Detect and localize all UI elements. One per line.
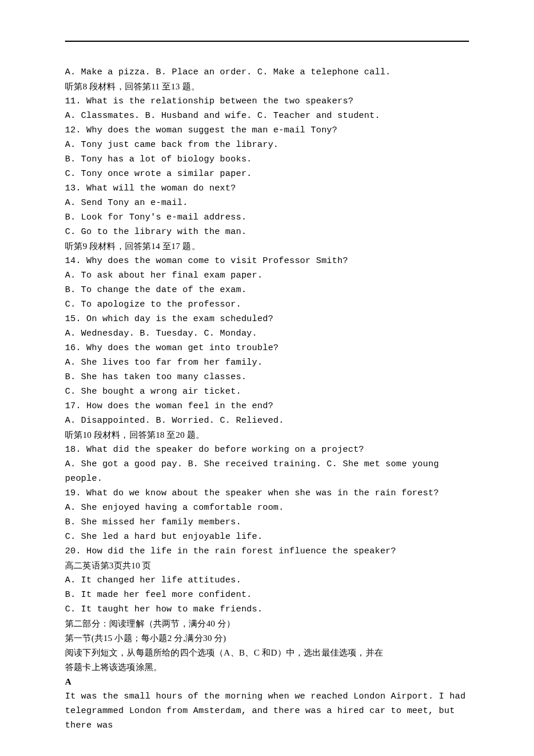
text-line: A. Classmates. B. Husband and wife. C. T… bbox=[65, 109, 469, 123]
text-line: 14. Why does the woman come to visit Pro… bbox=[65, 254, 469, 268]
text-line: A. To ask about her final exam paper. bbox=[65, 268, 469, 283]
text-line: 11. What is the relationship between the… bbox=[65, 94, 469, 109]
text-line: 12. Why does the woman suggest the man e… bbox=[65, 123, 469, 138]
text-line: A. Make a pizza. B. Place an order. C. M… bbox=[65, 65, 469, 80]
text-line: telegrammed London from Amsterdam, and t… bbox=[65, 704, 469, 733]
text-line: A. It changed her life attitudes. bbox=[65, 573, 469, 588]
text-line: 15. On which day is the exam scheduled? bbox=[65, 312, 469, 326]
text-line: C. She led a hard but enjoyable life. bbox=[65, 530, 469, 544]
text-line: 17. How does the woman feel in the end? bbox=[65, 399, 469, 413]
document-body: A. Make a pizza. B. Place an order. C. M… bbox=[65, 65, 469, 733]
text-line: C. To apologize to the professor. bbox=[65, 297, 469, 312]
document-page: A. Make a pizza. B. Place an order. C. M… bbox=[0, 0, 534, 756]
text-line: C. Tony once wrote a similar paper. bbox=[65, 167, 469, 181]
text-line: A. She lives too far from her family. bbox=[65, 355, 469, 370]
text-line: A. She got a good pay. B. She received t… bbox=[65, 457, 469, 486]
text-line: It was the small hours of the morning wh… bbox=[65, 689, 469, 704]
text-line: A. Send Tony an e-mail. bbox=[65, 196, 469, 210]
text-line: B. Look for Tony's e-mail address. bbox=[65, 210, 469, 225]
text-line: A. Disappointed. B. Worried. C. Relieved… bbox=[65, 413, 469, 428]
text-line: B. To change the date of the exam. bbox=[65, 283, 469, 297]
text-line: 第二部分：阅读理解（共两节，满分40 分） bbox=[65, 617, 469, 631]
text-line: 20. How did the life in the rain forest … bbox=[65, 544, 469, 559]
text-line: 18. What did the speaker do before worki… bbox=[65, 442, 469, 457]
text-line: A. She enjoyed having a comfortable room… bbox=[65, 501, 469, 515]
horizontal-rule bbox=[65, 41, 469, 42]
text-line: 答题卡上将该选项涂黑。 bbox=[65, 660, 469, 675]
text-line: 听第8 段材料，回答第11 至13 题。 bbox=[65, 80, 469, 94]
text-line: B. She has taken too many classes. bbox=[65, 370, 469, 384]
text-line: 听第9 段材料，回答第14 至17 题。 bbox=[65, 239, 469, 254]
text-line: C. She bought a wrong air ticket. bbox=[65, 384, 469, 399]
text-line: 第一节(共15 小题；每小题2 分,满分30 分) bbox=[65, 631, 469, 646]
text-line: A. Tony just came back from the library. bbox=[65, 138, 469, 152]
text-line: 阅读下列短文，从每题所给的四个选项（A、B、C 和D）中，选出最佳选项，并在 bbox=[65, 646, 469, 660]
text-line: B. Tony has a lot of biology books. bbox=[65, 152, 469, 167]
text-line: C. Go to the library with the man. bbox=[65, 225, 469, 239]
text-line: A bbox=[65, 675, 469, 689]
text-line: 高二英语第3页共10 页 bbox=[65, 559, 469, 573]
text-line: 16. Why does the woman get into trouble? bbox=[65, 341, 469, 355]
text-line: 听第10 段材料，回答第18 至20 题。 bbox=[65, 428, 469, 442]
text-line: 13. What will the woman do next? bbox=[65, 181, 469, 196]
text-line: A. Wednesday. B. Tuesday. C. Monday. bbox=[65, 326, 469, 341]
text-line: B. It made her feel more confident. bbox=[65, 588, 469, 602]
text-line: C. It taught her how to make friends. bbox=[65, 602, 469, 617]
text-line: B. She missed her family members. bbox=[65, 515, 469, 530]
text-line: 19. What do we know about the speaker wh… bbox=[65, 486, 469, 501]
